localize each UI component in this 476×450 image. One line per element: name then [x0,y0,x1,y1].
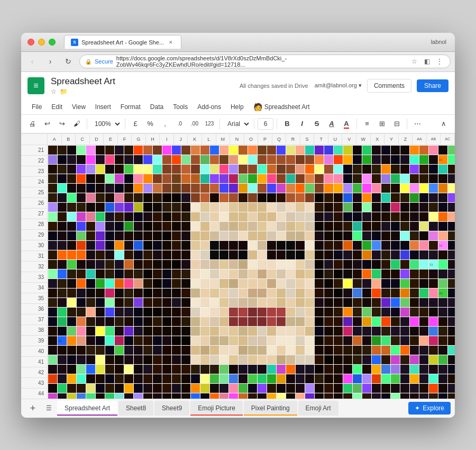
menu-insert[interactable]: Insert [91,101,115,113]
col-b[interactable]: B [62,134,76,145]
col-i[interactable]: I [160,134,174,145]
menu-view[interactable]: View [68,101,90,113]
col-s[interactable]: S [300,134,315,145]
row-41[interactable]: 41 [21,357,47,367]
col-x[interactable]: X [371,134,385,145]
print-button[interactable]: 🖨 [25,117,39,131]
row-44[interactable]: 44 [21,389,47,399]
col-k[interactable]: K [188,134,202,145]
font-size-input[interactable] [258,118,273,130]
underline-button[interactable]: A [325,117,338,131]
align-button[interactable]: ≡ [360,117,374,131]
tab-sheet8[interactable]: Sheet8 [118,401,153,416]
col-q[interactable]: Q [272,134,287,145]
more-button[interactable]: ⋯ [410,117,424,131]
tab-pixel-painting[interactable]: Pixel Painting [244,401,297,416]
italic-button[interactable]: I [295,117,309,131]
more-formats-button[interactable]: 123 [203,117,216,131]
col-y[interactable]: Y [385,134,399,145]
row-30[interactable]: 30 [21,240,47,251]
zoom-selector[interactable]: 100% [90,119,122,129]
tab-spreadsheet-art[interactable]: Spreadsheet Art [57,401,117,416]
add-sheet-button[interactable]: + [25,401,40,416]
col-aa[interactable]: AA [413,134,427,145]
tab-emoji-picture[interactable]: Emoji Picture [190,401,243,416]
menu-tools[interactable]: Tools [169,101,192,113]
row-29[interactable]: 29 [21,230,47,240]
bold-button[interactable]: B [280,117,294,131]
folder-icon[interactable]: 📁 [60,88,68,95]
extension-button[interactable]: ◧ [422,56,432,67]
col-o[interactable]: O [244,134,259,145]
share-button[interactable]: Share [417,79,448,92]
row-28[interactable]: 28 [21,219,47,230]
collapse-button[interactable]: ∧ [437,117,451,131]
col-t[interactable]: T [314,134,328,145]
col-e[interactable]: E [104,134,118,145]
row-23[interactable]: 23 [21,166,47,177]
refresh-button[interactable]: ↻ [61,55,75,68]
col-h[interactable]: H [146,134,160,145]
menu-data[interactable]: Data [146,101,168,113]
bookmark-button[interactable]: ☆ [409,56,419,67]
back-button[interactable]: ‹ [25,55,39,68]
borders-button[interactable]: ⊞ [375,117,389,131]
row-43[interactable]: 43 [21,378,47,389]
tab-close-button[interactable]: ✕ [167,39,175,46]
font-selector[interactable]: Arial [223,119,251,129]
star-icon[interactable]: ☆ [51,88,57,95]
document-title[interactable]: Spreadsheet Art [51,76,233,87]
sheets-list-button[interactable]: ☰ [41,401,56,416]
col-ac[interactable]: AC [441,134,455,145]
menu-button[interactable]: ⋮ [434,56,445,67]
dec-decrease-button[interactable]: .0 [173,117,187,131]
row-38[interactable]: 38 [21,325,47,336]
dec-increase-button[interactable]: .00 [188,117,202,131]
col-z[interactable]: Z [399,134,413,145]
browser-tab[interactable]: S Spreadsheet Art - Google She... ✕ [64,35,181,49]
merge-button[interactable]: ⊟ [390,117,404,131]
forward-button[interactable]: › [43,55,57,68]
row-31[interactable]: 31 [21,251,47,262]
row-25[interactable]: 25 [21,187,47,198]
row-40[interactable]: 40 [21,346,47,357]
row-24[interactable]: 24 [21,177,47,187]
strikethrough-button[interactable]: S [310,117,324,131]
row-33[interactable]: 33 [21,272,47,283]
menu-spreadsheet-art[interactable]: 🧑Spreadsheet Art [249,101,314,113]
tab-sheet9[interactable]: Sheet9 [154,401,189,416]
redo-button[interactable]: ↪ [55,117,69,131]
format-paint-button[interactable]: 🖌 [70,117,84,131]
col-f[interactable]: F [118,134,132,145]
col-g[interactable]: G [132,134,146,145]
url-bar[interactable]: 🔒 Secure https://docs.google.com/spreads… [79,55,451,68]
row-27[interactable]: 27 [21,209,47,219]
col-c[interactable]: C [76,134,90,145]
col-w[interactable]: W [356,134,371,145]
row-22[interactable]: 22 [21,156,47,166]
col-r[interactable]: R [286,134,300,145]
col-ab[interactable]: AB [427,134,441,145]
col-l[interactable]: L [202,134,216,145]
col-m[interactable]: M [216,134,231,145]
col-d[interactable]: D [90,134,104,145]
tab-emoji-art[interactable]: Emoji Art [298,401,338,416]
percent-button[interactable]: % [143,117,157,131]
row-36[interactable]: 36 [21,304,47,314]
comments-button[interactable]: Comments [367,79,411,93]
row-21[interactable]: 21 [21,145,47,156]
row-34[interactable]: 34 [21,283,47,293]
undo-button[interactable]: ↩ [40,117,54,131]
menu-format[interactable]: Format [116,101,145,113]
col-v[interactable]: V [342,134,356,145]
comma-button[interactable]: , [158,117,172,131]
col-n[interactable]: N [230,134,244,145]
row-32[interactable]: 32 [21,262,47,272]
row-35[interactable]: 35 [21,293,47,304]
menu-addons[interactable]: Add-ons [193,101,225,113]
cells-area[interactable] [48,145,455,399]
row-37[interactable]: 37 [21,314,47,325]
font-color-button[interactable]: A [340,117,353,131]
row-42[interactable]: 42 [21,367,47,378]
maximize-button[interactable] [49,39,56,46]
